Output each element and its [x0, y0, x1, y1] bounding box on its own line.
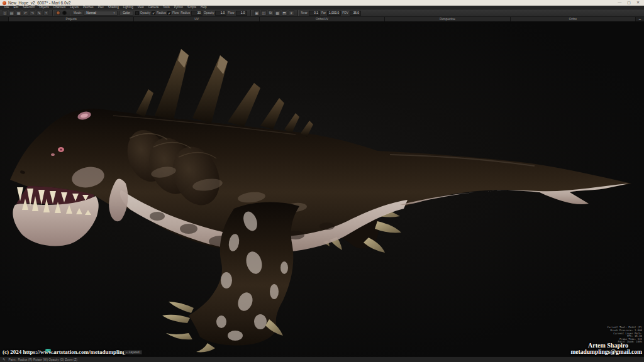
- checkbox-flow[interactable]: ✓: [167, 11, 171, 15]
- menu-edit[interactable]: Edit: [13, 6, 18, 9]
- mari-logo-icon: [3, 1, 6, 5]
- menu-scripts[interactable]: Scripts: [187, 6, 196, 9]
- toolbar-separator: [250, 10, 251, 16]
- background-color-swatch[interactable]: [62, 11, 67, 15]
- field-label-radius: Radius: [180, 11, 190, 14]
- 3d-viewport[interactable]: (c) 2024 https://www.artstation.com/meta…: [0, 21, 644, 356]
- status-hint: Paint : Radius (R) Rotate (W) Opacity (O…: [9, 358, 77, 361]
- lighting-icon[interactable]: ☀: [289, 10, 294, 16]
- open-project-icon[interactable]: ▤: [9, 10, 14, 16]
- eyedropper-tool-icon[interactable]: ⌖: [43, 10, 49, 16]
- field-label-opacity: Opacity: [204, 11, 214, 14]
- field-value-radius[interactable]: 30: [191, 11, 203, 16]
- title-bar: New_Hope_v2_6007* - Mari 6.0v2 — ▢ ✕: [0, 0, 644, 6]
- toolbar-mid-icons: ▣◫⧉▩⬒☀: [254, 10, 294, 16]
- tab-projects[interactable]: Projects: [9, 17, 134, 21]
- toggle-flow[interactable]: ✓Flow: [167, 11, 179, 15]
- field-label-fov: FOV: [342, 11, 348, 14]
- paint-buffer-icon[interactable]: ◫: [261, 10, 267, 16]
- menu-camera[interactable]: Camera: [148, 6, 158, 9]
- window-controls: — ▢ ✕: [618, 0, 641, 6]
- field-value-fov[interactable]: 36.0: [350, 11, 361, 16]
- menu-ptex[interactable]: Ptex: [98, 6, 104, 9]
- field-radius: Radius30: [180, 11, 203, 16]
- blend-mode-select[interactable]: Normal ▼: [84, 11, 118, 16]
- chevron-down-icon: ▼: [113, 11, 115, 14]
- projection-icon[interactable]: ⬒: [282, 10, 287, 16]
- tab-uv[interactable]: UV: [134, 17, 259, 21]
- save-project-icon[interactable]: ▦: [16, 10, 21, 16]
- field-label-near: Near: [301, 11, 308, 14]
- masking-icon[interactable]: ▩: [275, 10, 280, 16]
- toolbar-separator: [52, 10, 53, 16]
- tab-scroll-icon[interactable]: ◂▸: [636, 17, 644, 21]
- artist-name: Artem Shapiro: [570, 342, 628, 349]
- tab-ortho-uv[interactable]: Ortho/UV: [260, 17, 385, 21]
- toggle-opacity[interactable]: Opacity: [135, 11, 150, 15]
- toolbar-separator: [70, 10, 70, 16]
- color-button[interactable]: Color: [119, 11, 133, 16]
- shader-select-label: Layered: [129, 351, 140, 354]
- menu-channels[interactable]: Channels: [53, 6, 65, 9]
- toolbar-separator: [297, 10, 298, 16]
- toolbar-file-icons: ▯▤▦↶↷✎⌖: [2, 10, 49, 16]
- maximize-button[interactable]: ▢: [627, 0, 631, 6]
- symmetry-icon[interactable]: ⧉: [268, 10, 274, 16]
- field-flow: Flow1.0: [228, 11, 247, 16]
- menu-file[interactable]: File: [4, 6, 9, 9]
- menu-objects[interactable]: Objects: [39, 6, 49, 9]
- menu-tools[interactable]: Tools: [163, 6, 170, 9]
- menu-layers[interactable]: Layers: [70, 6, 79, 9]
- redo-icon[interactable]: ↷: [30, 10, 35, 16]
- menu-shading[interactable]: Shading: [108, 6, 119, 9]
- menu-selection[interactable]: Selection: [23, 6, 35, 9]
- status-bar: ✎ Paint : Radius (R) Rotate (W) Opacity …: [0, 356, 644, 362]
- tab-ortho[interactable]: Ortho: [511, 17, 636, 21]
- field-opacity: Opacity1.0: [204, 11, 226, 16]
- menu-python[interactable]: Python: [174, 6, 183, 9]
- toggle-radius[interactable]: ✓Radius: [152, 11, 166, 15]
- creature-render: [0, 21, 644, 356]
- field-near: Near0.1: [301, 11, 320, 16]
- blend-mode-value: Normal: [86, 11, 96, 14]
- mari-application-window: New_Hope_v2_6007* - Mari 6.0v2 — ▢ ✕ Fil…: [0, 0, 644, 362]
- mode-label: Mode:: [74, 11, 82, 14]
- toggle-label-radius: Radius: [157, 11, 166, 14]
- tab-bar: ProjectsUVOrtho/UVPerspectiveOrtho◂▸: [0, 17, 644, 21]
- toolbar-fields: Radius30Opacity1.0Flow1.0: [180, 11, 247, 16]
- field-label-flow: Flow: [228, 11, 234, 14]
- menu-lighting[interactable]: Lighting: [123, 6, 133, 9]
- field-fov: FOV36.0: [342, 11, 361, 16]
- field-value-opacity[interactable]: 1.0: [215, 11, 226, 16]
- menu-help[interactable]: Help: [201, 6, 206, 9]
- toolbar-toggles: Opacity✓Radius✓Flow: [135, 11, 179, 15]
- checkbox-radius[interactable]: ✓: [152, 11, 155, 15]
- brush-tool-icon[interactable]: ✎: [36, 10, 42, 16]
- main-toolbar: ▯▤▦↶↷✎⌖ Mode: Normal ▼ Color Opacity✓Rad…: [0, 9, 644, 17]
- foreground-color-swatch[interactable]: [56, 11, 60, 15]
- field-value-near[interactable]: 0.1: [309, 11, 320, 16]
- paint-tool-icon: ✎: [3, 358, 6, 361]
- shader-select[interactable]: ▸ Layered: [124, 350, 142, 354]
- tab-perspective[interactable]: Perspective: [385, 17, 510, 21]
- toolbar-camera-fields: Near0.1Far1,000.0FOV36.0: [301, 11, 362, 16]
- close-button[interactable]: ✕: [636, 0, 640, 6]
- minimize-button[interactable]: —: [618, 0, 621, 6]
- toggle-label-opacity: Opacity: [140, 11, 150, 14]
- artist-watermark: (c) 2024 https://www.artstation.com/meta…: [3, 349, 128, 355]
- triangle-right-icon: ▸: [126, 351, 128, 354]
- field-far: Far1,000.0: [321, 11, 341, 16]
- toggle-label-flow: Flow: [172, 11, 179, 14]
- field-value-flow[interactable]: 1.0: [236, 11, 247, 16]
- paint-through-icon[interactable]: ▣: [254, 10, 260, 16]
- field-value-far[interactable]: 1,000.0: [327, 11, 341, 16]
- menu-view[interactable]: View: [138, 6, 144, 9]
- undo-icon[interactable]: ↶: [23, 10, 28, 16]
- menu-patches[interactable]: Patches: [83, 6, 94, 9]
- artist-credits: Artem Shapiro metadumplings@gmail.com: [570, 342, 642, 356]
- hud-readout: Current Tool: Paint (P)Brush Pressure: 1…: [608, 326, 642, 344]
- new-project-icon[interactable]: ▯: [2, 10, 8, 16]
- checkbox-opacity[interactable]: [135, 11, 139, 15]
- field-label-far: Far: [321, 11, 326, 14]
- tab-corner: [0, 17, 9, 21]
